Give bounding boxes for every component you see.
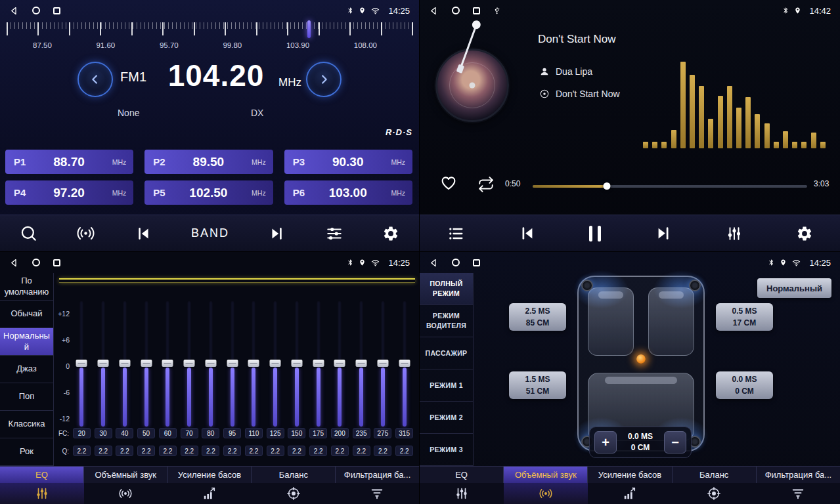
- home-nav-button[interactable]: [452, 259, 460, 266]
- surround-tab-icon-button[interactable]: [504, 483, 588, 504]
- eq-band-slider[interactable]: [203, 301, 219, 427]
- slider-handle[interactable]: [291, 360, 302, 367]
- listening-position-dot[interactable]: [636, 354, 646, 364]
- surround-tab-icon-button[interactable]: [84, 483, 168, 504]
- eq-band-slider[interactable]: [332, 301, 347, 427]
- slider-handle[interactable]: [98, 360, 109, 367]
- progress-bar[interactable]: [533, 185, 807, 188]
- slider-handle[interactable]: [119, 360, 130, 367]
- back-nav-button[interactable]: [429, 6, 439, 16]
- eq-band-slider[interactable]: [95, 301, 111, 427]
- eq-preset-item[interactable]: Обычай: [0, 301, 53, 328]
- slider-handle[interactable]: [313, 360, 324, 367]
- playlist-button[interactable]: [447, 224, 465, 243]
- slider-handle[interactable]: [270, 360, 281, 367]
- bass-tab-icon-button[interactable]: [167, 483, 252, 504]
- eq-band-slider[interactable]: [375, 301, 391, 427]
- back-nav-button[interactable]: [9, 6, 19, 16]
- tune-button[interactable]: [326, 225, 343, 242]
- scan-button[interactable]: [20, 224, 37, 242]
- eq-preset-item[interactable]: Нормальный: [0, 328, 53, 356]
- eq-band-slider[interactable]: [74, 301, 89, 427]
- seek-up-button[interactable]: [306, 62, 342, 97]
- eq-band-slider[interactable]: [397, 301, 412, 427]
- repeat-button[interactable]: [477, 176, 495, 193]
- recents-nav-button[interactable]: [53, 7, 60, 14]
- eq-band-slider[interactable]: [160, 301, 175, 427]
- broadcast-button[interactable]: [77, 224, 95, 242]
- audio-tab[interactable]: Объёмный звук: [504, 467, 588, 483]
- preset-button[interactable]: P2 89.50 MHz: [144, 150, 273, 174]
- home-nav-button[interactable]: [452, 7, 460, 14]
- preset-button[interactable]: P3 90.30 MHz: [284, 150, 412, 174]
- slider-handle[interactable]: [162, 360, 173, 367]
- profile-button[interactable]: Нормальный: [757, 278, 831, 298]
- audio-tab[interactable]: Баланс: [252, 467, 336, 483]
- preset-button[interactable]: P4 97.20 MHz: [5, 180, 133, 205]
- audio-tab[interactable]: EQ: [0, 467, 84, 483]
- decrease-delay-button[interactable]: −: [664, 431, 686, 453]
- recents-nav-button[interactable]: [53, 259, 60, 266]
- recents-nav-button[interactable]: [473, 259, 480, 266]
- fader-button[interactable]: [726, 225, 743, 242]
- prev-track-button[interactable]: [518, 224, 536, 242]
- next-track-button[interactable]: [655, 224, 673, 242]
- slider-handle[interactable]: [184, 360, 195, 367]
- balance-tab-icon-button[interactable]: [252, 483, 336, 504]
- eq-band-slider[interactable]: [246, 301, 261, 427]
- preset-button[interactable]: P6 103.00 MHz: [284, 180, 412, 205]
- frequency-ruler[interactable]: [5, 22, 414, 38]
- eq-preset-item[interactable]: Классика: [0, 411, 53, 438]
- eq-band-slider[interactable]: [267, 301, 283, 427]
- slider-handle[interactable]: [141, 360, 152, 367]
- rear-left-delay-button[interactable]: 1.5 MS 51 CM: [509, 371, 566, 399]
- slider-handle[interactable]: [76, 360, 87, 367]
- eq-band-slider[interactable]: [353, 301, 369, 427]
- slider-handle[interactable]: [227, 360, 238, 367]
- back-nav-button[interactable]: [429, 258, 439, 268]
- audio-tab[interactable]: Усиление басов: [588, 467, 672, 483]
- listening-mode-item[interactable]: РЕЖИМ 3: [420, 434, 473, 466]
- audio-tab[interactable]: Фильтрация ба...: [336, 467, 419, 483]
- audio-tab[interactable]: Объёмный звук: [84, 467, 168, 483]
- eq-tab-icon-button[interactable]: [420, 483, 504, 504]
- eq-preset-item[interactable]: Джаз: [0, 356, 53, 383]
- pause-button[interactable]: [589, 226, 601, 242]
- home-nav-button[interactable]: [32, 259, 40, 266]
- home-nav-button[interactable]: [32, 7, 40, 14]
- audio-tab[interactable]: Фильтрация ба...: [757, 467, 840, 483]
- settings-button[interactable]: [796, 225, 813, 242]
- audio-tab[interactable]: Усиление басов: [168, 467, 252, 483]
- recents-nav-button[interactable]: [473, 7, 480, 14]
- eq-band-slider[interactable]: [181, 301, 197, 427]
- eq-preset-item[interactable]: Поп: [0, 383, 53, 411]
- filter-tab-icon-button[interactable]: [756, 483, 840, 504]
- slider-handle[interactable]: [334, 360, 345, 367]
- audio-tab[interactable]: Баланс: [673, 467, 757, 483]
- slider-handle[interactable]: [248, 360, 259, 367]
- increase-delay-button[interactable]: +: [594, 431, 617, 453]
- slider-handle[interactable]: [399, 360, 410, 367]
- balance-tab-icon-button[interactable]: [672, 483, 756, 504]
- front-left-delay-button[interactable]: 2.5 MS 85 CM: [509, 303, 566, 331]
- listening-mode-item[interactable]: РЕЖИМ 1: [420, 369, 473, 402]
- eq-band-slider[interactable]: [225, 301, 240, 427]
- bass-tab-icon-button[interactable]: [588, 483, 672, 504]
- favorite-button[interactable]: [439, 173, 458, 192]
- audio-tab[interactable]: EQ: [420, 467, 504, 483]
- eq-tab-icon-button[interactable]: [0, 483, 84, 504]
- preset-button[interactable]: P5 102.50 MHz: [144, 180, 273, 205]
- filter-tab-icon-button[interactable]: [335, 483, 419, 504]
- slider-handle[interactable]: [205, 360, 216, 367]
- eq-band-slider[interactable]: [139, 301, 154, 427]
- listening-mode-item[interactable]: ПОЛНЫЙ РЕЖИМ: [420, 273, 473, 305]
- listening-mode-item[interactable]: РЕЖИМ ВОДИТЕЛЯ: [420, 305, 473, 337]
- band-button[interactable]: BAND: [191, 226, 229, 240]
- prev-station-button[interactable]: [135, 225, 152, 242]
- preset-button[interactable]: P1 88.70 MHz: [5, 150, 133, 174]
- eq-band-slider[interactable]: [311, 301, 326, 427]
- front-right-delay-button[interactable]: 0.5 MS 17 CM: [716, 303, 773, 331]
- slider-handle[interactable]: [356, 360, 367, 367]
- rear-right-delay-button[interactable]: 0.0 MS 0 CM: [716, 371, 773, 399]
- listening-mode-item[interactable]: РЕЖИМ 2: [420, 402, 473, 434]
